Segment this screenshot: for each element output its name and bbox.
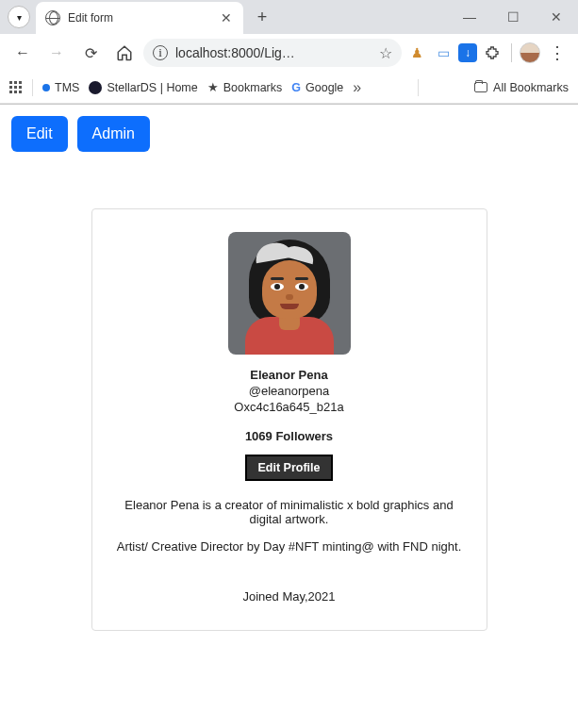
bookmark-stellards[interactable]: StellarDS | Home — [89, 81, 197, 94]
bookmark-label: Bookmarks — [223, 81, 283, 94]
forward-button[interactable]: → — [41, 38, 72, 68]
edit-button[interactable]: Edit — [11, 116, 68, 152]
bookmark-bookmarks[interactable]: ★ Bookmarks — [207, 80, 283, 94]
extension-icon-3[interactable]: ↓ — [458, 43, 477, 62]
close-tab-icon[interactable]: ✕ — [219, 10, 234, 25]
window-controls: — ☐ ✕ — [448, 0, 578, 34]
reload-button[interactable]: ⟳ — [75, 38, 106, 68]
top-button-row: Edit Admin — [11, 116, 567, 152]
bookmarks-overflow-icon[interactable]: » — [353, 79, 361, 96]
svg-rect-8 — [19, 91, 22, 93]
svg-rect-4 — [14, 86, 17, 89]
profile-followers: 1069 Followers — [111, 429, 468, 443]
maximize-button[interactable]: ☐ — [491, 0, 535, 34]
profile-joined: Joined May,2021 — [111, 589, 468, 604]
profile-name: Eleanor Pena — [111, 368, 468, 382]
bookmark-separator — [418, 79, 419, 96]
all-bookmarks-label: All Bookmarks — [493, 81, 569, 94]
edit-profile-button[interactable]: Edit Profile — [245, 455, 334, 481]
profile-wallet: Oxc4c16a645_b21a — [111, 400, 468, 414]
home-button[interactable] — [109, 38, 140, 68]
extension-icon-1[interactable]: ♟ — [405, 41, 428, 64]
avatar — [228, 232, 351, 355]
url-text: localhost:8000/Lig… — [175, 45, 372, 60]
folder-icon — [474, 82, 487, 92]
profile-avatar-icon[interactable] — [520, 42, 540, 63]
tab-title: Edit form — [68, 11, 211, 25]
new-tab-button[interactable]: + — [249, 4, 275, 30]
profile-card: Eleanor Pena @eleanorpena Oxc4c16a645_b2… — [91, 208, 487, 631]
apps-icon[interactable] — [9, 81, 23, 94]
browser-chrome: ▾ Edit form ✕ + — ☐ ✕ ← → ⟳ i localhost:… — [0, 0, 578, 105]
bookmark-google[interactable]: G Google — [291, 81, 343, 94]
toolbar: ← → ⟳ i localhost:8000/Lig… ☆ ♟ ▭ ↓ ⋮ — [0, 34, 578, 72]
browser-menu-icon[interactable]: ⋮ — [544, 42, 570, 63]
svg-rect-2 — [19, 81, 22, 84]
page-content: Edit Admin Eleanor Pena @eleanorpena Oxc… — [0, 105, 578, 642]
toolbar-divider — [511, 43, 512, 62]
bookmark-star-icon[interactable]: ☆ — [379, 44, 392, 62]
globe-icon — [45, 10, 60, 25]
browser-tab[interactable]: Edit form ✕ — [36, 2, 243, 34]
bookmark-label: StellarDS | Home — [107, 81, 197, 94]
extension-icon-2[interactable]: ▭ — [432, 41, 454, 64]
star-icon: ★ — [207, 80, 219, 94]
bookmark-label: TMS — [55, 81, 79, 94]
svg-rect-1 — [14, 81, 17, 84]
minimize-button[interactable]: — — [448, 0, 491, 34]
close-window-button[interactable]: ✕ — [535, 0, 578, 34]
bookmark-tms[interactable]: TMS — [42, 81, 79, 94]
dot-icon — [89, 81, 102, 94]
svg-rect-5 — [19, 86, 22, 89]
profile-handle: @eleanorpena — [111, 384, 468, 398]
address-bar[interactable]: i localhost:8000/Lig… ☆ — [143, 39, 402, 67]
svg-rect-6 — [9, 91, 12, 93]
google-icon: G — [291, 81, 301, 94]
extensions-menu-icon[interactable] — [481, 41, 504, 64]
back-button[interactable]: ← — [8, 38, 38, 68]
tab-search-dropdown[interactable]: ▾ — [8, 6, 30, 28]
svg-rect-0 — [9, 81, 12, 84]
site-info-icon[interactable]: i — [153, 45, 168, 60]
svg-rect-7 — [14, 91, 17, 93]
tab-strip: ▾ Edit form ✕ + — ☐ ✕ — [0, 0, 578, 34]
admin-button[interactable]: Admin — [77, 116, 150, 152]
bookmark-label: Google — [306, 81, 343, 94]
bookmark-separator — [32, 79, 33, 96]
svg-rect-3 — [9, 86, 12, 89]
profile-bio-line-2: Artist/ Creative Director by Day #NFT mi… — [111, 539, 468, 554]
bookmarks-bar: TMS StellarDS | Home ★ Bookmarks G Googl… — [0, 72, 578, 104]
dot-icon — [42, 84, 50, 91]
all-bookmarks-button[interactable]: All Bookmarks — [474, 81, 569, 94]
profile-bio-line-1: Eleanor Pena is a creator of minimalisti… — [111, 498, 468, 526]
